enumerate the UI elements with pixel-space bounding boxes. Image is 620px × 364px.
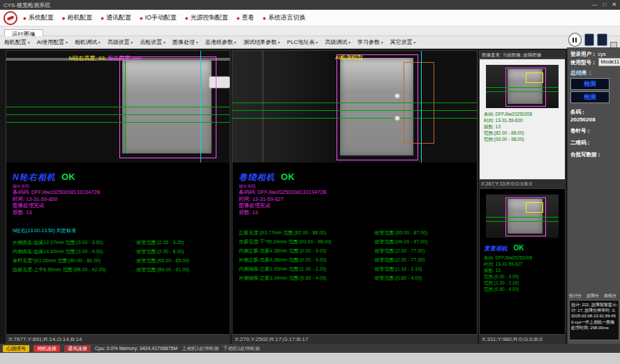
menu-comm-config[interactable]: 通讯配置 bbox=[101, 13, 131, 22]
measure-line-green bbox=[6, 107, 230, 107]
roi-box-orange bbox=[404, 62, 434, 144]
app-logo-icon bbox=[3, 11, 17, 25]
measure-line-green bbox=[6, 114, 230, 115]
measurement-value: 内侧正极-负极4.38mm 范围:(0.00 - 9.00) bbox=[239, 246, 374, 255]
minimize-button[interactable]: — bbox=[591, 0, 597, 10]
menu-language-switch[interactable]: 系统语言切换 bbox=[263, 13, 306, 22]
menu-camera-config[interactable]: 相机配置 bbox=[62, 13, 93, 22]
measurement-value: 外侧隔膜-正极3.34mm 范围:(0.60 - 4.00) bbox=[239, 273, 374, 282]
review-line: 范围:(0.00 - 9.00) bbox=[484, 273, 565, 280]
stats-line: 0-cys一件上相机一图像 bbox=[571, 319, 617, 325]
time-line: 时间: 13-31-59-600 bbox=[13, 196, 230, 203]
close-button[interactable]: ✕ bbox=[612, 0, 617, 10]
alarm-range: 报警范围:(2.00 - 77.00) bbox=[374, 246, 477, 255]
pixel-coord-readout-review-bottom: X:311;Y:980;R:0;G:0;B:0 bbox=[479, 335, 566, 344]
measure-line-green bbox=[486, 87, 559, 88]
review-line: 范围:(1.00 - 2.20) bbox=[484, 280, 565, 286]
measurement-row: 卷料宽度*(63.05mm 范围:(80.00 - 86.00) 报警范围:(6… bbox=[13, 256, 230, 265]
tab-strip: 运行图像 bbox=[0, 26, 620, 36]
pixel-coord-readout-review-top: X:267;Y:13;R:0;G:0;B:0 bbox=[479, 180, 566, 188]
result-block-left: N轮右相机 OK 输出条码 条码码: DFFJiiw20250208133134… bbox=[6, 162, 230, 274]
tool-ai-usage-config[interactable]: AI使用配置 bbox=[37, 38, 68, 46]
tool-learning-params[interactable]: 学习参数 bbox=[357, 38, 383, 46]
tool-camera-config[interactable]: 相机配置 bbox=[4, 38, 30, 46]
menubar: 系统配置 相机配置 通讯配置 IO手动配置 光源控制配置 查看 系统语言切换 bbox=[0, 10, 620, 26]
tool-test-result-params[interactable]: 测试结果参数 bbox=[243, 38, 280, 46]
review-header: 图像复查: 当前图像; 故障图像 bbox=[479, 50, 566, 59]
measurement-row: 外侧隔膜-正极3.34mm 范围:(0.60 - 4.00) 报警范围:(0.6… bbox=[239, 273, 477, 282]
login-user-label: 登录用户： bbox=[570, 50, 597, 58]
alarm-range: 报警范围:(2.00 - 8.00) bbox=[136, 247, 230, 256]
review-line: 条码: DFFJiiw20250208 bbox=[484, 111, 565, 117]
camera-image-left: N轮右高度: 93; 标志高度:100 bbox=[6, 51, 230, 162]
tool-advanced-debug[interactable]: 高级调试 bbox=[325, 38, 350, 46]
measurement-row: 负极宽度:下*95.24mm 范围:(93.00 - 98.00) 报警范围:(… bbox=[239, 237, 477, 246]
height-label-yellow: N轮右高度: 93; bbox=[69, 55, 106, 61]
result-button-2[interactable]: 检测 bbox=[570, 91, 610, 103]
model-select[interactable]: Mode11 bbox=[598, 58, 620, 66]
stats-line: 处理时间: 258.00ms bbox=[571, 325, 617, 331]
result-block-middle: 卷绕相机 OK 输出条码 条码码: DFFJiiw202502081331347… bbox=[232, 162, 477, 282]
review-panel-bottom[interactable]: 复查相机 OK 条码: DFFJiiw20250208 时间: 13-31-59… bbox=[479, 188, 566, 335]
menu-io-manual-config[interactable]: IO手动配置 bbox=[140, 13, 177, 22]
qr-label: 二维码： bbox=[570, 139, 617, 147]
camera-result-title: 卷绕相机 bbox=[239, 172, 275, 182]
film-count-line: 膜数: 13 bbox=[13, 209, 230, 216]
alarm-range: 报警范围:(94.00 - 97.00) bbox=[374, 237, 477, 246]
stats-line: 计: 17, 故障分辨率时: 0, bbox=[571, 308, 617, 313]
maximize-button[interactable]: □ bbox=[603, 0, 606, 10]
comm-connection-badge: 通讯连接 bbox=[64, 345, 91, 352]
tool-advanced-settings[interactable]: 高级设置 bbox=[108, 38, 133, 46]
user-lock-button[interactable] bbox=[584, 33, 594, 46]
camera-view-middle[interactable]: AI检测模型 卷绕相机 OK 输出条码 条码码: DFFJiiw20250208… bbox=[232, 50, 478, 335]
tool-camera-debug[interactable]: 相机调试 bbox=[75, 38, 101, 46]
ai-model-label: AI检测模型 bbox=[335, 54, 363, 61]
measurement-value: 外侧圆弧-隐藏12.37mm 范围:(3.00 - 3.50) bbox=[13, 238, 136, 247]
toolbar-right-buttons bbox=[568, 31, 617, 49]
tool-baseline-params[interactable]: 基准线参数 bbox=[205, 38, 237, 46]
measurement-value: 正极宽度:(63.77mm 范围:(82.00 - 88.00) bbox=[239, 228, 374, 237]
measurement-value: 卷料宽度*(63.05mm 范围:(80.00 - 86.00) bbox=[13, 256, 136, 265]
review-line: 膜数: 13 bbox=[484, 123, 565, 130]
menu-light-control-config[interactable]: 光源控制配置 bbox=[185, 13, 228, 22]
review-line: 时间: 13-31-59-627 bbox=[484, 261, 565, 267]
window-title: CYS-视觉检测系统 bbox=[3, 1, 50, 9]
statusbar: 心跳信号 相机连接 通讯连接 Cpu: 0.0% Memory: 3424.41… bbox=[0, 344, 620, 353]
measurement-row: 内侧隔膜-正极1.93mm 范围:(1.00 - 2.20) 报警范围:(1.1… bbox=[239, 264, 477, 273]
measurement-row: 正极宽度:(63.77mm 范围:(82.00 - 88.00) 报警范围:(8… bbox=[239, 228, 477, 237]
measurement-row: 内侧正极-负极4.38mm 范围:(0.00 - 9.00) 报警范围:(2.0… bbox=[239, 246, 477, 255]
user-switch-button[interactable] bbox=[597, 33, 607, 46]
alarm-range: 报警范围:(0.60 - 4.00) bbox=[374, 273, 477, 282]
bottom-camera-process-status: 下相机1处理检测 bbox=[223, 345, 260, 352]
camera-view-left[interactable]: N轮右高度: 93; 标志高度:100 N轮右相机 OK 输出条码 条码码: D… bbox=[6, 50, 230, 335]
review-line: 条码: DFFJiiw20250208 bbox=[484, 255, 565, 261]
time-line: 时间: 13-31-59-627 bbox=[239, 196, 477, 203]
review-thumbnail-bottom bbox=[486, 195, 559, 238]
alarm-range: 报警范围:(1.10 - 2.10) bbox=[374, 264, 477, 273]
measure-line-green bbox=[486, 221, 559, 222]
status-line: 图像处理完成 bbox=[13, 202, 230, 209]
menu-system-config[interactable]: 系统配置 bbox=[23, 13, 54, 22]
measurement-row: 隐藏宽度-上中6.50mm 范围:(88.00 - 92.00) 报警范围:(8… bbox=[13, 265, 230, 274]
review-panel-top[interactable]: 条码: DFFJiiw20250208 时间: 13-31-59-600 膜数:… bbox=[479, 59, 566, 180]
pixel-coord-readout-middle: X:270,Y:2502;R:17;G:17;B:17 bbox=[232, 335, 478, 344]
alarm-range: 报警范围:(65.00 - 85.00) bbox=[136, 256, 230, 265]
tool-other-settings[interactable]: 其它设置 bbox=[390, 38, 416, 46]
tool-image-processing[interactable]: 图像处理 bbox=[172, 38, 198, 46]
stats-line: 批计: 222, 故障报警提示: bbox=[571, 302, 617, 308]
measure-line-green bbox=[232, 103, 477, 103]
tool-spot-check[interactable]: 点检设置 bbox=[140, 38, 165, 46]
alarm-range: 报警范围:(89.00 - 91.00) bbox=[136, 265, 230, 274]
measure-line-green-vertical bbox=[125, 60, 126, 153]
ok-status: OK bbox=[281, 172, 295, 182]
review-line: 时间: 13-31-59-600 bbox=[484, 117, 565, 123]
review-line: 膜数: 13 bbox=[484, 267, 565, 273]
model-label: 使用型号： bbox=[570, 59, 597, 66]
menu-view[interactable]: 查看 bbox=[237, 13, 255, 22]
pause-button[interactable] bbox=[568, 33, 582, 47]
result-button-1[interactable]: 检测 bbox=[570, 78, 610, 90]
standard-line: N轮右(13.00-13.50) 判定标准 bbox=[13, 227, 230, 234]
measure-line-green bbox=[486, 217, 559, 218]
tool-plc-address-table[interactable]: PLC地址表 bbox=[287, 38, 318, 46]
window-controls: — □ ✕ bbox=[591, 0, 617, 10]
